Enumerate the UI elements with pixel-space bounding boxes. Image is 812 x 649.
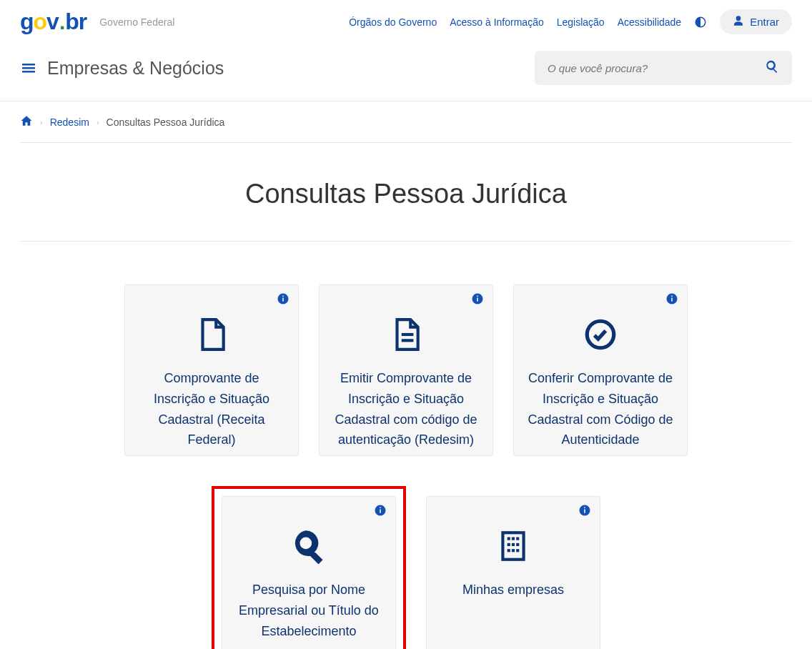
svg-rect-26 <box>512 549 515 552</box>
user-icon <box>733 15 744 29</box>
content: › Redesim › Consultas Pessoa Jurídica Co… <box>0 101 812 649</box>
card-title: Conferir Comprovante de Inscrição e Situ… <box>527 368 674 450</box>
card-emitir-redesim[interactable]: Emitir Comprovante de Inscrição e Situaç… <box>319 284 493 456</box>
svg-rect-22 <box>508 543 510 546</box>
card-conferir-autenticidade[interactable]: Conferir Comprovante de Inscrição e Situ… <box>513 284 688 456</box>
info-icon[interactable] <box>665 292 678 308</box>
svg-rect-25 <box>508 549 510 552</box>
search-input[interactable] <box>548 62 762 74</box>
cards-row-1: Comprovante de Inscrição e Situação Cada… <box>20 242 792 477</box>
svg-rect-1 <box>282 298 284 302</box>
document-lines-icon <box>388 317 424 355</box>
card-title: Comprovante de Inscrição e Situação Cada… <box>138 368 285 450</box>
breadcrumb-current: Consultas Pessoa Jurídica <box>107 117 225 128</box>
building-icon <box>495 528 531 567</box>
nav-row: Empresas & Negócios <box>0 44 812 101</box>
card-title: Pesquisa por Nome Empresarial ou Título … <box>235 580 382 641</box>
svg-rect-23 <box>512 543 515 546</box>
check-circle-icon <box>583 317 618 355</box>
info-icon[interactable] <box>277 292 289 308</box>
contrast-icon[interactable] <box>694 16 707 29</box>
search-box[interactable] <box>535 51 792 85</box>
breadcrumb-separator: › <box>96 118 99 127</box>
nav-acessibilidade[interactable]: Acessibilidade <box>618 16 682 28</box>
svg-rect-21 <box>516 537 519 540</box>
svg-rect-27 <box>516 549 519 552</box>
nav-legislacao[interactable]: Legislação <box>557 16 605 28</box>
svg-rect-14 <box>380 507 381 509</box>
breadcrumb-redesim[interactable]: Redesim <box>50 117 89 128</box>
nav-acesso[interactable]: Acesso à Informação <box>450 16 544 28</box>
svg-rect-4 <box>477 298 478 302</box>
search-icon[interactable] <box>765 59 779 76</box>
document-icon <box>194 317 229 355</box>
top-right-nav: Órgãos do Governo Acesso à Informação Le… <box>349 9 792 34</box>
info-icon[interactable] <box>374 504 387 520</box>
svg-rect-13 <box>380 510 381 513</box>
home-icon[interactable] <box>20 114 33 129</box>
svg-rect-10 <box>671 296 673 297</box>
info-icon[interactable] <box>578 504 591 520</box>
info-icon[interactable] <box>471 292 484 308</box>
cards-row-2: Pesquisa por Nome Empresarial ou Título … <box>20 477 792 649</box>
breadcrumb: › Redesim › Consultas Pessoa Jurídica <box>20 101 792 143</box>
highlighted-card-wrap: Pesquisa por Nome Empresarial ou Título … <box>212 486 406 649</box>
card-pesquisa-nome[interactable]: Pesquisa por Nome Empresarial ou Título … <box>222 496 396 649</box>
search-icon <box>291 528 327 567</box>
svg-rect-24 <box>516 543 519 546</box>
card-minhas-empresas[interactable]: Minhas empresas <box>426 496 600 649</box>
svg-rect-5 <box>477 296 478 297</box>
top-left: gov.br Governo Federal <box>20 9 174 35</box>
menu-toggle-icon[interactable] <box>20 59 37 76</box>
svg-rect-2 <box>282 296 284 297</box>
svg-rect-19 <box>508 537 510 540</box>
svg-rect-16 <box>584 510 585 513</box>
svg-rect-20 <box>512 537 515 540</box>
card-title: Emitir Comprovante de Inscrição e Situaç… <box>332 368 480 450</box>
card-title: Minhas empresas <box>462 580 564 600</box>
card-comprovante-rf[interactable]: Comprovante de Inscrição e Situação Cada… <box>124 284 299 456</box>
breadcrumb-separator: › <box>40 118 43 127</box>
site-name: Empresas & Negócios <box>47 58 224 79</box>
svg-rect-9 <box>671 298 673 302</box>
sign-in-button[interactable]: Entrar <box>720 9 792 34</box>
nav-orgaos[interactable]: Órgãos do Governo <box>349 16 437 28</box>
nav-left: Empresas & Negócios <box>20 58 224 79</box>
svg-rect-17 <box>584 507 585 509</box>
top-bar: gov.br Governo Federal Órgãos do Governo… <box>0 0 812 44</box>
govbr-logo[interactable]: gov.br <box>20 9 86 35</box>
sign-in-label: Entrar <box>750 16 779 28</box>
gov-sub-label: Governo Federal <box>99 16 174 28</box>
page-title: Consultas Pessoa Jurídica <box>20 143 792 242</box>
